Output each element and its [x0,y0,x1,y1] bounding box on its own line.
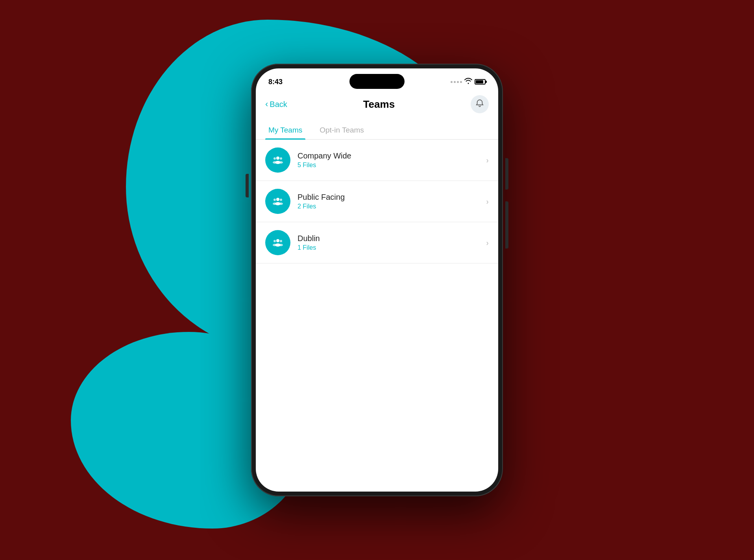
svg-point-10 [280,199,282,201]
team-info-company-wide: Company Wide 5 Files [298,151,486,169]
phone-screen: 8:43 [256,68,498,492]
svg-point-16 [280,240,282,242]
tab-opt-in-teams[interactable]: Opt-in Teams [316,120,367,139]
team-group-icon-3 [271,236,285,250]
page-title: Teams [363,98,395,111]
phone-mockup: 8:43 [251,64,503,496]
svg-point-9 [273,203,277,205]
team-group-icon-2 [271,194,285,208]
chevron-right-icon: › [486,156,489,165]
svg-point-8 [274,199,276,201]
tabs-container: My Teams Opt-in Teams [256,120,498,140]
team-info-dublin: Dublin 1 Files [298,234,486,251]
battery-icon [475,79,486,85]
team-avatar-public-facing [265,189,290,214]
team-group-icon [271,153,285,167]
team-name: Company Wide [298,151,486,160]
svg-point-12 [276,239,279,242]
dynamic-island [349,74,405,89]
nav-header: ‹ Back Teams [256,92,498,120]
team-info-public-facing: Public Facing 2 Files [298,193,486,210]
status-bar: 8:43 [256,68,498,92]
team-avatar-dublin [265,230,290,255]
back-button[interactable]: ‹ Back [265,100,287,109]
wifi-icon [464,78,472,86]
team-files-2: 2 Files [298,203,486,210]
svg-point-3 [273,161,277,164]
silent-button [505,201,508,249]
back-label: Back [270,100,287,109]
svg-point-2 [274,157,276,160]
team-avatar-company-wide [265,147,290,173]
tab-my-teams[interactable]: My Teams [265,120,305,139]
svg-point-14 [274,240,276,242]
status-time: 8:43 [268,78,283,86]
power-button [505,158,508,190]
team-files: 5 Files [298,162,486,169]
team-item-dublin[interactable]: Dublin 1 Files › [256,222,498,263]
volume-button [246,174,249,197]
phone-frame: 8:43 [251,64,503,496]
signal-icon [451,81,462,83]
bell-icon [475,99,484,110]
svg-point-15 [273,244,277,246]
svg-point-6 [276,198,279,201]
team-item-public-facing[interactable]: Public Facing 2 Files › [256,181,498,222]
svg-point-4 [280,157,282,160]
svg-point-0 [276,157,279,160]
svg-point-5 [279,161,283,164]
team-list: Company Wide 5 Files › [256,140,498,492]
notification-button[interactable] [471,95,489,113]
team-files-3: 1 Files [298,244,486,251]
team-item-company-wide[interactable]: Company Wide 5 Files › [256,140,498,181]
chevron-right-icon-2: › [486,197,489,206]
back-chevron-icon: ‹ [265,100,268,109]
team-name-2: Public Facing [298,193,486,202]
chevron-right-icon-3: › [486,238,489,247]
svg-point-17 [279,244,283,246]
team-name-3: Dublin [298,234,486,243]
svg-point-11 [279,203,283,205]
status-icons [451,78,486,86]
